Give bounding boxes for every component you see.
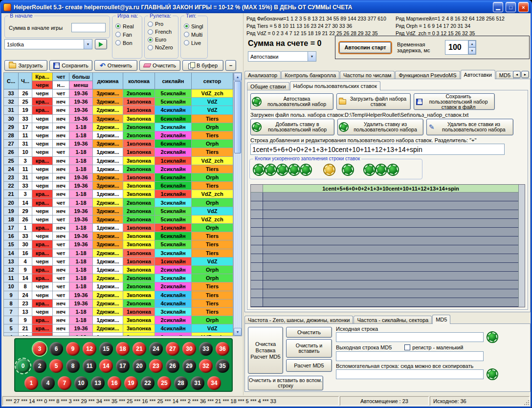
tab-number-frequencies[interactable]: Частоты по числам [340,71,395,79]
bet-list-row[interactable] [251,263,518,272]
delay-spinner[interactable]: 100 ▲ ▼ [445,40,476,55]
bet-list-row[interactable] [251,245,518,254]
board-number-4[interactable]: 4 [41,376,55,390]
table-row[interactable]: 2014кра...чет1-182дюжи...2колонка3сиклай… [4,198,233,207]
lowercase-checkbox[interactable] [404,344,410,350]
table-row[interactable]: 2411черннеч1-181дюжи...2колонка2сиклайнT… [4,165,233,173]
board-number-22[interactable]: 22 [141,376,155,390]
chip-button-4[interactable] [289,165,299,175]
md5-clear-paste-aux-button[interactable]: Очистить и вставить во вспом. строку [248,376,323,390]
spinner-up-icon[interactable]: ▲ [468,41,476,47]
board-number-8[interactable]: 8 [66,359,80,373]
add-bet-button[interactable]: Добавить ставку в пользовательский набор [250,119,334,135]
radio-bon[interactable]: Bon [112,39,142,47]
bet-list-row[interactable] [251,193,518,201]
close-button[interactable]: × [518,2,529,12]
table-row[interactable]: 3033черннеч19-363дюжи...3колонка6сиклайн… [4,115,233,123]
table-row[interactable]: 2811черннеч1-181дюжи...2колонка2сиклайнT… [4,131,233,140]
autospin-start-button[interactable]: Автоспин старт [339,42,391,53]
board-number-5[interactable]: 5 [49,359,63,373]
board-number-33[interactable]: 33 [199,342,213,356]
chip-button-8[interactable] [364,165,375,175]
board-number-15[interactable]: 15 [99,342,113,356]
radio-euro[interactable]: Euro [145,36,178,43]
table-row[interactable]: 713черннеч1-182дюжи...1колонка3сиклайнTi… [4,308,233,316]
board-number-18[interactable]: 18 [116,342,130,356]
table-row[interactable]: 1826чернчет19-363дюжи...2колонка5сиклайн… [4,215,233,224]
table-row[interactable]: 2610чернчет1-181дюжи...1колонка2сиклайнT… [4,148,233,156]
chip-button-10[interactable] [388,165,398,175]
load-bet-set-file-button[interactable]: Загрузить файл набора ставок [336,93,411,110]
table-row[interactable]: 69кра...неч1-181дюжи...3колонка2сиклайнO… [4,316,233,324]
tab-bankroll-control[interactable]: Контроль банкролла [281,71,339,79]
md5-calc-button[interactable]: Расчет MD5 [286,359,332,372]
tab-scroll-right-icon[interactable]: ► [521,71,529,78]
board-number-16[interactable]: 16 [108,376,121,390]
bet-list-row[interactable] [251,289,518,298]
md5-source-input[interactable] [336,332,484,342]
minimize-button[interactable]: ▁ [493,2,503,12]
spinner-down-icon[interactable]: ▼ [468,47,476,54]
board-number-10[interactable]: 10 [74,376,88,390]
chip-button-6[interactable] [324,165,334,175]
scroll-down-icon[interactable]: ▼ [234,328,242,336]
load-button[interactable]: Загрузить [4,60,47,71]
undo-button[interactable]: ↶ Отменить [94,60,137,71]
tab-autobets[interactable]: Автоставки [461,70,495,79]
table-row[interactable]: 2233черннеч19-363дюжи...3колонка6сиклайн… [4,182,233,190]
md5-combo-button[interactable]: Очистка Вставка Расчет MD5 [248,327,283,374]
bet-list-row[interactable] [251,228,518,236]
table-row[interactable]: 3119кра...неч19-362дюжи...1колонка4сикла… [4,106,233,114]
tab-funkcional-psevdoms[interactable]: Функционал PsevdoMS [395,71,460,79]
radio-pro[interactable]: Pro [145,20,178,28]
board-number-26[interactable]: 26 [166,359,179,373]
board-number-30[interactable]: 30 [182,342,196,356]
chip-button-7[interactable] [343,165,353,175]
table-row[interactable]: 2331черннеч19-363дюжи...1колонка6сиклайн… [4,173,233,182]
md5-source-chip-button[interactable] [488,332,497,342]
table-row[interactable]: 134чернчет1-181дюжи...1колонка1сиклайнVd… [4,258,233,266]
board-number-13[interactable]: 13 [91,376,105,390]
radio-french[interactable]: French [145,28,178,36]
md5-clear-button[interactable]: Очистить [286,327,332,338]
bet-list-row[interactable] [251,280,518,289]
md5-aux-chip-button[interactable] [488,369,497,379]
bet-list-row[interactable] [251,254,518,263]
table-row[interactable]: 2917черннеч1-182дюжи...2колонка3сиклайнO… [4,123,233,131]
clear-button[interactable]: Очистить [139,60,180,71]
tab-md5-tool[interactable]: MD5 [432,315,450,324]
tab-analyzer[interactable]: Анализатор [244,71,281,79]
board-number-12[interactable]: 12 [83,342,96,356]
remove-bet-button[interactable]: Удалить ставку из пользовательского набо… [337,119,423,135]
board-number-1[interactable]: 1 [24,376,38,390]
table-row[interactable]: 171кра...неч1-181дюжи...1колонка1сиклайн… [4,224,233,232]
chip-button-9[interactable] [376,165,386,175]
slot-select[interactable]: 1slotka ▼ [4,39,92,49]
chip-button-1[interactable] [254,165,264,175]
table-row[interactable]: 2731черннеч19-363дюжи...1колонка6сиклайн… [4,140,233,148]
bet-list-row[interactable] [251,298,518,307]
table-row[interactable]: 521кра...неч19-362дюжи...3колонка4сиклай… [4,324,233,333]
table-scrollbar[interactable]: ▲ ▼ [233,73,242,336]
bet-list-row[interactable] [251,272,518,280]
tab-common-bets[interactable]: Общие ставки [247,82,289,90]
table-row[interactable]: 253кра...неч1-181дюжи...3колонка1сиклайн… [4,157,233,165]
scroll-up-icon[interactable]: ▲ [234,73,242,81]
tab-user-bet-sets[interactable]: Наборы пользовательских ставок [290,81,380,90]
to-buffer-button[interactable]: В буфер [182,60,223,71]
table-row[interactable]: 1633черннеч19-363дюжи...3колонка6сиклайн… [4,232,233,240]
scrollbar-thumb[interactable] [234,81,241,153]
collapse-button[interactable]: − [225,60,236,71]
radio-singl[interactable]: Singl [181,22,207,30]
table-row[interactable]: 823кра...неч19-362дюжи...2колонка4сиклай… [4,300,233,308]
table-row[interactable]: 129кра...неч1-181дюжи...3колонка2сиклайн… [4,266,233,274]
save-button[interactable]: Сохранить [49,60,92,71]
play-button[interactable] [95,39,107,49]
table-row[interactable]: 1929черннеч19-363дюжи...2колонка5сиклайн… [4,207,233,215]
table-row[interactable]: 3225кра...неч19-363дюжи...1колонка5сикла… [4,98,233,106]
table-row[interactable]: 3326чернчет19-363дюжи...2колонка5сиклайн… [4,89,233,98]
tab-freq-sixlines-sectors[interactable]: Частота - сиклайны, сектора [354,316,432,324]
bet-list-row[interactable] [251,201,518,210]
radio-nozero[interactable]: NoZero [145,43,178,51]
radio-live[interactable]: Live [181,39,207,47]
